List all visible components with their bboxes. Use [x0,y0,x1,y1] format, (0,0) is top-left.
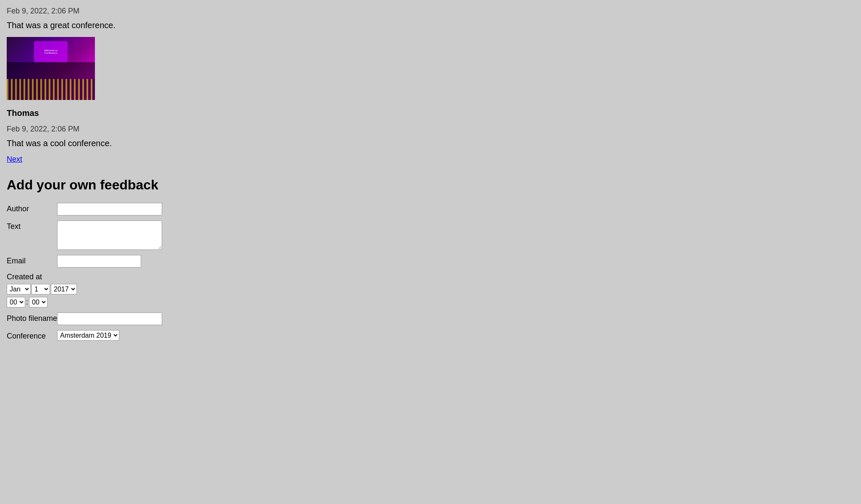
conference-row: Conference Amsterdam 2019 Amsterdam 2020… [7,330,854,341]
photo-filename-input[interactable] [57,312,162,325]
email-input[interactable] [57,255,141,268]
email-label: Email [7,255,57,265]
day-select[interactable]: 1 2 3 4 5 6 7 8 9 10 11 12 13 14 15 16 1… [32,284,50,294]
date-selects: Jan Feb Mar Apr May Jun Jul Aug Sep Oct … [7,284,854,294]
author-row: Author [7,203,854,215]
author-name-thomas: Thomas [7,108,854,118]
message-1: That was a great conference. [7,21,854,30]
year-select[interactable]: 2015 2016 2017 2018 2019 2020 2021 2022 [51,284,77,294]
hour-select[interactable]: 00 01 02 03 04 05 06 07 08 09 10 11 12 1… [7,297,25,307]
conference-image: Welcome toConference [7,37,95,100]
photo-filename-label: Photo filename [7,312,57,323]
time-selects: 00 01 02 03 04 05 06 07 08 09 10 11 12 1… [7,297,854,307]
minute-select[interactable]: 00 01 05 10 15 20 25 30 35 40 45 50 55 [29,297,47,307]
author-input[interactable] [57,203,162,215]
message-2: That was a cool conference. [7,139,854,148]
text-textarea[interactable] [57,220,162,250]
text-row: Text [7,220,854,250]
created-at-section: Created at Jan Feb Mar Apr May Jun Jul A… [7,273,854,307]
next-link[interactable]: Next [7,155,22,164]
time-separator: : [26,298,28,307]
author-label: Author [7,203,57,213]
feedback-form-title: Add your own feedback [7,177,854,193]
feedback-entry-1: Feb 9, 2022, 2:06 PM That was a great co… [7,7,854,100]
text-label: Text [7,220,57,231]
feedback-form-section: Add your own feedback Author Text Email … [7,177,854,341]
month-select[interactable]: Jan Feb Mar Apr May Jun Jul Aug Sep Oct … [7,284,31,294]
photo-filename-row: Photo filename [7,312,854,325]
feedback-entry-2: Thomas Feb 9, 2022, 2:06 PM That was a c… [7,108,854,148]
conference-select[interactable]: Amsterdam 2019 Amsterdam 2020 Amsterdam … [57,330,119,341]
conference-label: Conference [7,330,57,341]
timestamp-2: Feb 9, 2022, 2:06 PM [7,125,854,134]
email-row: Email [7,255,854,268]
timestamp-1: Feb 9, 2022, 2:06 PM [7,7,854,16]
created-at-label: Created at [7,273,854,281]
